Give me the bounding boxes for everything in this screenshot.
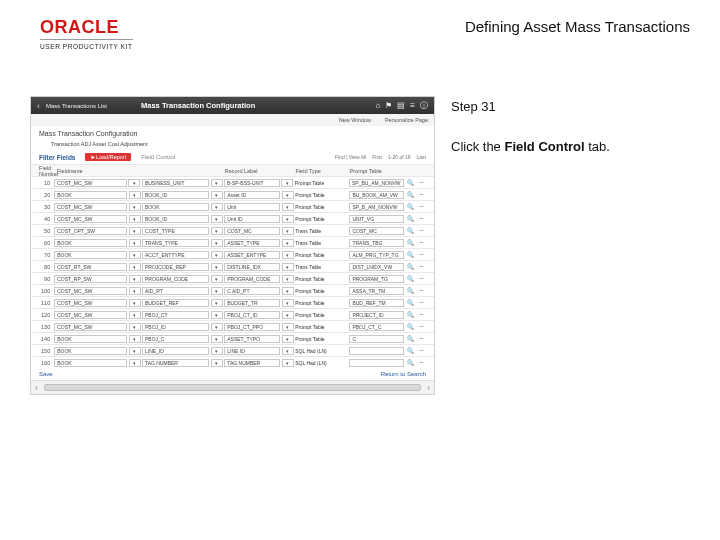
bar-icon[interactable]: ▤ [397,101,405,110]
label-input[interactable]: DISTLINE_IDX [224,263,280,271]
dropdown-icon[interactable]: ▾ [211,323,223,331]
name-input[interactable]: BOOK_ID [142,191,209,199]
home-icon[interactable]: ⌂ [375,101,380,110]
dropdown-icon[interactable]: ▾ [129,323,141,331]
search-icon[interactable]: 🔍 [407,252,414,258]
delete-row-icon[interactable]: − [419,239,423,246]
fieldname-input[interactable]: COST_MC_SW [54,287,127,295]
delete-row-icon[interactable]: − [419,347,423,354]
name-input[interactable]: PBOJ_C [142,335,209,343]
delete-row-icon[interactable]: − [419,251,423,258]
name-input[interactable]: BUSINESS_UNIT [142,179,209,187]
dropdown-icon[interactable]: ▾ [211,227,223,235]
prompt-input[interactable]: BU_BOOK_AM_VW [349,191,403,199]
search-icon[interactable]: 🔍 [407,324,414,330]
dropdown-icon[interactable]: ▾ [282,215,294,223]
label-input[interactable]: COST_MC [224,227,280,235]
search-icon[interactable]: 🔍 [407,180,414,186]
fieldname-input[interactable]: BOOK [54,191,127,199]
prompt-input[interactable]: BUD_REF_TM [349,299,403,307]
label-input[interactable]: ASSET_ENTYPE [224,251,280,259]
delete-row-icon[interactable]: − [419,263,423,270]
dropdown-icon[interactable]: ▾ [282,335,294,343]
search-icon[interactable]: 🔍 [407,336,414,342]
fieldname-input[interactable]: BOOK [54,335,127,343]
delete-row-icon[interactable]: − [419,191,423,198]
flag-icon[interactable]: ⚑ [385,101,392,110]
breadcrumb[interactable]: Mass Transactions List [46,103,107,109]
name-input[interactable]: TAG NUMBER [142,359,209,367]
save-link[interactable]: Save [39,371,53,377]
search-icon[interactable]: 🔍 [407,276,414,282]
dropdown-icon[interactable]: ▾ [282,323,294,331]
prompt-input[interactable]: PBOJ_CT_C [349,323,403,331]
personalize-link[interactable]: Personalize Page [385,117,428,123]
fieldname-input[interactable]: BOOK [54,347,127,355]
dropdown-icon[interactable]: ▾ [282,347,294,355]
dropdown-icon[interactable]: ▾ [129,359,141,367]
menu-icon[interactable]: ≡ [410,101,415,110]
scroll-right-icon[interactable]: › [427,383,430,393]
scroll-left-icon[interactable]: ‹ [35,383,38,393]
grid-last-link[interactable]: Last [417,154,426,160]
search-icon[interactable]: 🔍 [407,216,414,222]
delete-row-icon[interactable]: − [419,215,423,222]
prompt-input[interactable] [349,359,403,367]
dropdown-icon[interactable]: ▾ [129,215,141,223]
name-input[interactable]: COST_TYPE [142,227,209,235]
label-input[interactable]: Unit [224,203,280,211]
dropdown-icon[interactable]: ▾ [282,251,294,259]
search-icon[interactable]: 🔍 [407,264,414,270]
label-input[interactable]: PBOJ_CT_PPO [224,323,280,331]
search-icon[interactable]: 🔍 [407,360,414,366]
dropdown-icon[interactable]: ▾ [282,263,294,271]
new-window-link[interactable]: New Window [339,117,371,123]
fieldname-input[interactable]: COST_MC_SW [54,311,127,319]
dropdown-icon[interactable]: ▾ [129,203,141,211]
delete-row-icon[interactable]: − [419,287,423,294]
dropdown-icon[interactable]: ▾ [282,299,294,307]
dropdown-icon[interactable]: ▾ [282,191,294,199]
dropdown-icon[interactable]: ▾ [282,287,294,295]
scroll-thumb[interactable] [44,384,421,391]
prompt-input[interactable]: UNIT_VG [349,215,403,223]
search-icon[interactable]: 🔍 [407,312,414,318]
return-link[interactable]: Return to Search [381,371,426,377]
prompt-input[interactable]: SP_B_AM_NONVW [349,203,403,211]
label-input[interactable]: Asset ID [224,191,280,199]
dropdown-icon[interactable]: ▾ [128,179,140,187]
delete-row-icon[interactable]: − [419,227,423,234]
prompt-input[interactable]: COST_MC [349,227,403,235]
name-input[interactable]: PROGRAM_CODE [142,275,209,283]
fieldname-input[interactable]: COST_RT_SW [54,263,127,271]
name-input[interactable]: PBOJ_CT [142,311,209,319]
fieldname-input[interactable]: COST_MC_SW [54,215,127,223]
label-input[interactable]: PROGRAM_CODE [224,275,280,283]
fieldname-input[interactable]: BOOK [54,239,127,247]
label-input[interactable]: TAG NUMBER [224,359,280,367]
name-input[interactable]: BOOK_ID [142,215,209,223]
delete-row-icon[interactable]: − [419,203,423,210]
fieldname-input[interactable]: COST_OPT_SW [54,227,127,235]
dropdown-icon[interactable]: ▾ [129,311,141,319]
fieldname-input[interactable]: BOOK [54,251,127,259]
horizontal-scrollbar[interactable]: ‹ › [31,380,434,394]
prompt-input[interactable]: ASSA_TR_TM [349,287,403,295]
dropdown-icon[interactable]: ▾ [281,179,293,187]
label-input[interactable]: B-SP-BSS-UNIT [224,179,280,187]
name-input[interactable]: BOOK [142,203,209,211]
dropdown-icon[interactable]: ▾ [129,335,141,343]
fieldname-input[interactable]: COST_MC_SW [54,179,127,187]
dropdown-icon[interactable]: ▾ [129,299,141,307]
label-input[interactable]: BUDGET_TR [224,299,280,307]
dropdown-icon[interactable]: ▾ [211,287,223,295]
dropdown-icon[interactable]: ▾ [282,239,294,247]
dropdown-icon[interactable]: ▾ [282,227,294,235]
delete-row-icon[interactable]: − [419,299,423,306]
dropdown-icon[interactable]: ▾ [282,203,294,211]
dropdown-icon[interactable]: ▾ [129,227,141,235]
dropdown-icon[interactable]: ▾ [211,251,223,259]
dropdown-icon[interactable]: ▾ [129,347,141,355]
dropdown-icon[interactable]: ▾ [211,179,223,187]
delete-row-icon[interactable]: − [419,359,423,366]
